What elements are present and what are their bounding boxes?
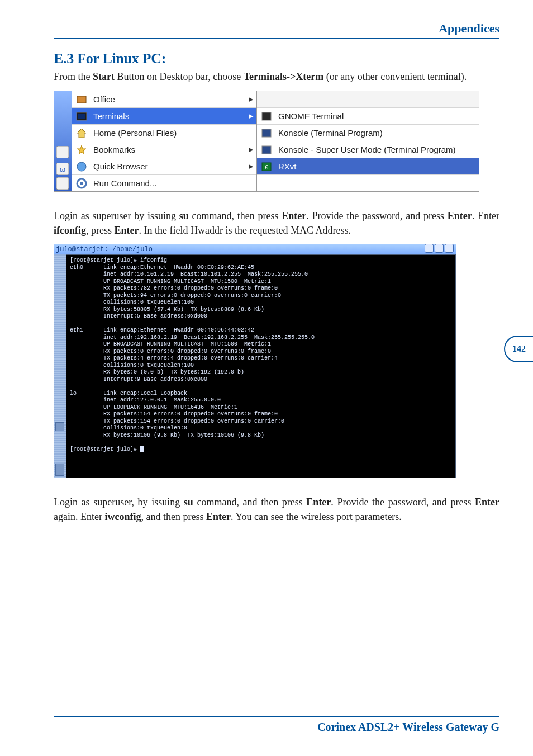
terminal-icon	[75, 110, 88, 122]
terminal-title: julo@starjet: /home/julo	[56, 245, 153, 253]
body-paragraph: Login as superuser, by issuing su comman…	[54, 495, 499, 524]
window-buttons	[423, 244, 454, 255]
svg-rect-0	[56, 146, 69, 158]
svg-marker-7	[77, 129, 86, 138]
text: From the	[54, 71, 93, 82]
text: . In the field Hwaddr is the requested M…	[139, 225, 351, 236]
menu-item-home[interactable]: Home (Personal Files)	[72, 125, 256, 141]
bold-enter: Enter	[206, 511, 231, 522]
submenu-arrow-icon: ▶	[249, 163, 253, 170]
scroll-handle-icon[interactable]	[55, 422, 64, 431]
menu-spacer	[257, 175, 479, 191]
submenu-item-rxvt[interactable]: € RXvt	[257, 158, 479, 175]
submenu-item-konsole-su[interactable]: Konsole - Super User Mode (Terminal Prog…	[257, 141, 479, 158]
bold-enter: Enter	[448, 210, 472, 221]
svg-rect-12	[262, 112, 271, 120]
konsole-su-icon	[260, 144, 273, 156]
screenshot-start-menu: ω Office ▶ Terminals ▶ Home (Personal Fi…	[54, 91, 479, 192]
taskbar-icon	[56, 177, 69, 190]
submenu-arrow-icon: ▶	[249, 146, 253, 153]
office-icon	[75, 93, 88, 106]
menu-item-label: GNOME Terminal	[278, 111, 475, 121]
svg-text:ω: ω	[60, 165, 65, 173]
bold-enter: Enter	[115, 225, 139, 236]
subsection-title: E.3 For Linux PC:	[54, 50, 499, 67]
text: . Provide the password, and press	[331, 497, 475, 508]
bold-iwconfig: iwconfig	[104, 511, 141, 522]
text: command, and then press	[193, 497, 307, 508]
desktop-taskbar: ω	[54, 91, 72, 191]
text: Login as superuser, by issuing	[54, 497, 184, 508]
browser-icon	[75, 160, 88, 173]
section-header: Appendices	[54, 21, 499, 36]
text: . You can see the wireless port paramete…	[231, 511, 402, 522]
menu-item-terminals[interactable]: Terminals ▶	[72, 108, 256, 125]
submenu-item-gnome-terminal[interactable]: GNOME Terminal	[257, 108, 479, 125]
footer-rule	[54, 716, 499, 717]
menu-item-label: Konsole (Terminal Program)	[278, 128, 475, 138]
header-rule	[54, 38, 499, 39]
bold-enter: Enter	[306, 497, 331, 508]
bold-enter: Enter	[282, 210, 306, 221]
text: Button on Desktop bar, choose	[115, 71, 244, 82]
svg-rect-6	[78, 114, 85, 119]
menu-item-label: Run Command...	[93, 178, 253, 188]
text: . Enter	[472, 210, 499, 221]
menu-item-run-command[interactable]: Run Command...	[72, 175, 256, 191]
rxvt-icon: €	[260, 160, 273, 173]
menu-item-quick-browser[interactable]: Quick Browser ▶	[72, 158, 256, 175]
terminal-sidebar	[54, 254, 66, 478]
menu-item-bookmarks[interactable]: Bookmarks ▶	[72, 141, 256, 158]
terminal-cursor	[140, 446, 144, 452]
text: (or any other convenient terminal).	[323, 71, 467, 82]
menu-item-label: Bookmarks	[93, 145, 245, 154]
gnome-terminal-icon	[260, 110, 273, 122]
bookmark-icon	[75, 144, 88, 156]
terminal-text: [root@starjet julo]# ifconfig eth0 Link …	[70, 257, 315, 452]
bold-su: su	[179, 210, 189, 221]
scroll-button-icon[interactable]	[55, 464, 64, 476]
menu-item-label: Office	[93, 94, 245, 104]
footer-text: Corinex ADSL2+ Wireless Gateway G	[54, 721, 499, 734]
home-icon	[75, 127, 88, 139]
start-menu-right: GNOME Terminal Konsole (Terminal Program…	[257, 91, 479, 191]
bold-terminals-xterm: Terminals->Xterm	[244, 71, 324, 82]
menu-item-label: Konsole - Super User Mode (Terminal Prog…	[278, 145, 475, 154]
menu-item-label: Terminals	[93, 111, 245, 121]
menu-item-label: Home (Personal Files)	[93, 128, 253, 138]
bold-su: su	[184, 497, 193, 508]
svg-rect-13	[262, 129, 271, 137]
menu-item-office[interactable]: Office ▶	[72, 91, 256, 108]
bold-start: Start	[93, 71, 115, 82]
svg-point-11	[80, 182, 83, 185]
konsole-icon	[260, 127, 273, 139]
bold-ifconfig: ifconfig	[54, 225, 86, 236]
svg-rect-14	[262, 146, 271, 154]
start-menu-left: Office ▶ Terminals ▶ Home (Personal File…	[72, 91, 257, 191]
text: . Provide the password, and press	[306, 210, 448, 221]
menu-item-label: RXvt	[278, 162, 475, 171]
text: command, then press	[189, 210, 282, 221]
page-number-badge: 142	[504, 336, 533, 362]
run-icon	[75, 177, 88, 190]
bold-enter: Enter	[475, 497, 499, 508]
menu-item-label: Quick Browser	[93, 162, 245, 171]
text: again. Enter	[54, 511, 104, 522]
text: , press	[86, 225, 115, 236]
terminal-output[interactable]: [root@starjet julo]# ifconfig eth0 Link …	[66, 254, 456, 478]
terminal-titlebar: julo@starjet: /home/julo	[54, 244, 456, 254]
submenu-arrow-icon: ▶	[249, 112, 253, 120]
taskbar-icon	[56, 146, 69, 158]
taskbar-icon: ω	[56, 163, 69, 175]
menu-spacer	[257, 91, 479, 108]
submenu-item-konsole[interactable]: Konsole (Terminal Program)	[257, 125, 479, 141]
svg-rect-3	[56, 177, 69, 190]
svg-rect-4	[77, 96, 86, 103]
text: Login as superuser by issuing	[54, 210, 179, 221]
maximize-icon[interactable]	[435, 244, 444, 253]
svg-marker-8	[77, 145, 86, 154]
close-icon[interactable]	[445, 244, 454, 253]
screenshot-terminal: julo@starjet: /home/julo [root@starjet j…	[54, 244, 456, 478]
minimize-icon[interactable]	[425, 244, 434, 253]
svg-point-9	[77, 162, 86, 171]
